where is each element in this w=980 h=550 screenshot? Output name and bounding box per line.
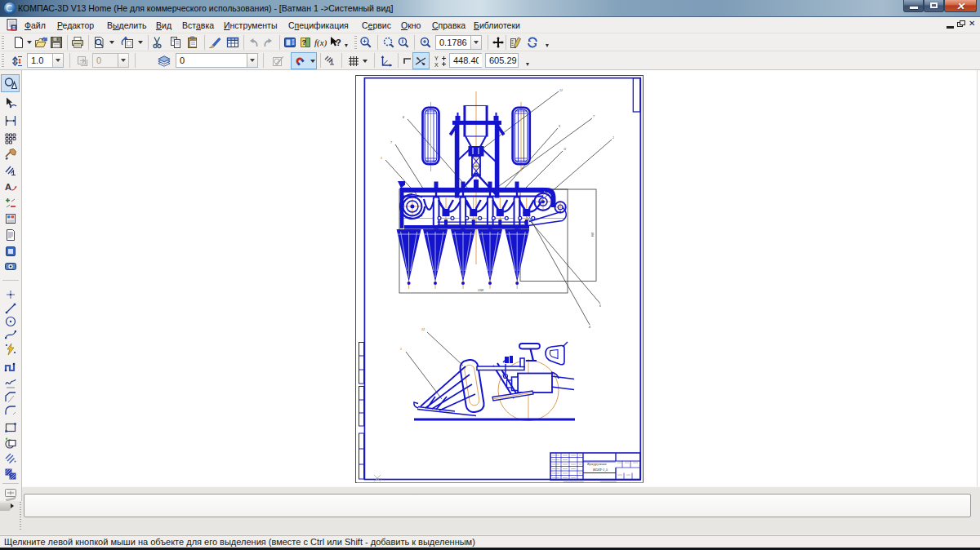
svg-text:2: 2 — [612, 136, 614, 140]
svg-text:9: 9 — [559, 125, 560, 128]
svg-text:?: ? — [302, 38, 307, 47]
svg-text:?: ? — [336, 38, 341, 47]
svg-text:1: 1 — [381, 157, 382, 160]
svg-text:12: 12 — [559, 89, 563, 92]
svg-text:Y: Y — [434, 55, 439, 61]
svg-text:12: 12 — [421, 328, 425, 331]
svg-text:4: 4 — [589, 326, 590, 329]
svg-text:860: 860 — [591, 233, 595, 237]
svg-text:11: 11 — [564, 148, 567, 151]
svg-text:6: 6 — [599, 304, 601, 308]
svg-text:X: X — [434, 62, 439, 68]
svg-text:2280: 2280 — [478, 289, 483, 292]
svg-text:1: 1 — [400, 348, 402, 351]
svg-text:8: 8 — [403, 116, 404, 119]
svg-text:Кукурузная: Кукурузная — [586, 462, 607, 466]
svg-text:A: A — [5, 182, 11, 192]
